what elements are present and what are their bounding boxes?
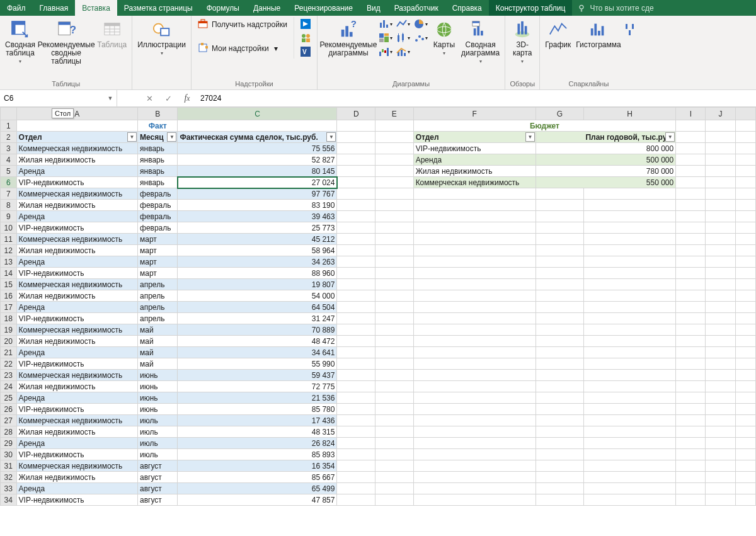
cell[interactable] (375, 460, 414, 472)
row-header-19[interactable]: 19 (1, 324, 17, 336)
cell[interactable]: Жилая недвижимость (16, 381, 137, 392)
cell[interactable] (676, 245, 706, 256)
cell[interactable]: Аренда (16, 438, 137, 449)
cell[interactable] (706, 494, 735, 506)
cell[interactable]: июль (138, 449, 178, 460)
cell[interactable]: Жилая недвижимость (16, 154, 137, 166)
cell[interactable]: Коммерческая недвижимость (413, 177, 536, 188)
row-header-24[interactable]: 24 (1, 381, 17, 392)
cell[interactable] (706, 177, 735, 188)
cell[interactable] (676, 460, 706, 472)
cell[interactable]: март (138, 245, 178, 256)
cell[interactable] (584, 381, 676, 392)
cell[interactable]: 72 775 (178, 381, 337, 392)
cell[interactable]: 48 472 (178, 336, 337, 347)
cell[interactable] (375, 177, 414, 188)
cell[interactable] (706, 449, 735, 460)
cell[interactable]: 88 960 (178, 268, 337, 279)
cell[interactable]: VIP-недвижимость (16, 358, 137, 370)
cell[interactable] (536, 222, 583, 234)
cell[interactable] (375, 200, 414, 211)
cell[interactable] (706, 324, 735, 336)
cell[interactable] (676, 404, 706, 415)
cell[interactable] (735, 120, 755, 132)
cell[interactable] (413, 290, 536, 302)
cell[interactable] (413, 347, 536, 358)
tab-review[interactable]: Рецензирование (287, 0, 360, 16)
cell[interactable] (584, 290, 676, 302)
cell[interactable] (375, 494, 414, 506)
cell[interactable] (706, 268, 735, 279)
cell[interactable] (706, 472, 735, 483)
cell[interactable] (676, 358, 706, 370)
cell[interactable] (584, 370, 676, 381)
cell[interactable] (735, 222, 755, 234)
tab-help[interactable]: Справка (445, 0, 489, 16)
cell[interactable]: VIP-недвижимость (16, 404, 137, 415)
cell[interactable] (706, 347, 735, 358)
row-header-9[interactable]: 9 (1, 211, 17, 222)
cell[interactable]: апрель (138, 290, 178, 302)
row-header-34[interactable]: 34 (1, 494, 17, 506)
pivot-table-button[interactable]: Сводная таблица▾ (3, 17, 38, 66)
cell[interactable]: 47 857 (178, 494, 337, 506)
my-addins-button[interactable]: Мои надстройки ▾ (194, 41, 294, 56)
cell[interactable] (706, 313, 735, 324)
cell[interactable]: 58 964 (178, 245, 337, 256)
cell[interactable] (584, 222, 676, 234)
cell[interactable] (584, 392, 676, 404)
cell[interactable]: апрель (138, 302, 178, 313)
cell[interactable] (536, 438, 583, 449)
filter-icon[interactable]: ▼ (525, 132, 535, 142)
cell[interactable] (337, 347, 375, 358)
cell[interactable]: VIP-недвижимость (16, 313, 137, 324)
cell[interactable] (735, 302, 755, 313)
cell[interactable]: Жилая недвижимость (413, 166, 536, 177)
cell[interactable]: апрель (138, 313, 178, 324)
cell[interactable] (337, 392, 375, 404)
cell[interactable] (337, 324, 375, 336)
cell[interactable] (706, 200, 735, 211)
cell[interactable] (676, 483, 706, 494)
cell[interactable] (735, 483, 755, 494)
cell[interactable] (706, 483, 735, 494)
cell[interactable]: февраль (138, 211, 178, 222)
cell[interactable] (735, 132, 755, 143)
cell[interactable] (536, 449, 583, 460)
cell[interactable] (413, 245, 536, 256)
cell[interactable] (706, 166, 735, 177)
column-header-J[interactable]: J (706, 108, 735, 120)
scatter-chart-icon[interactable]: ▾ (413, 32, 428, 43)
cell[interactable] (375, 472, 414, 483)
cell[interactable]: VIP-недвижимость (16, 268, 137, 279)
cell[interactable]: Аренда (16, 347, 137, 358)
cell[interactable] (413, 302, 536, 313)
cell[interactable]: 83 190 (178, 200, 337, 211)
cell[interactable]: Месяц▼ (138, 132, 178, 143)
cell[interactable] (337, 426, 375, 438)
cell[interactable]: 45 212 (178, 234, 337, 245)
cell[interactable] (375, 222, 414, 234)
cell[interactable] (375, 290, 414, 302)
column-header-B[interactable]: B (138, 108, 178, 120)
cell[interactable] (676, 324, 706, 336)
cell[interactable]: План годовой, тыс.руб.▼ (536, 132, 675, 143)
row-header-25[interactable]: 25 (1, 392, 17, 404)
cell[interactable]: VIP-недвижимость (413, 143, 536, 154)
cell[interactable]: 21 536 (178, 392, 337, 404)
cell[interactable] (536, 336, 583, 347)
cell[interactable] (413, 483, 536, 494)
cell[interactable] (706, 279, 735, 290)
cell[interactable] (584, 483, 676, 494)
cell[interactable] (706, 245, 735, 256)
cell[interactable] (413, 234, 536, 245)
cell[interactable] (676, 188, 706, 200)
cell[interactable]: март (138, 268, 178, 279)
cell[interactable] (375, 324, 414, 336)
cell[interactable] (676, 132, 706, 143)
cell[interactable] (676, 494, 706, 506)
cell[interactable]: январь (138, 177, 178, 188)
cell[interactable] (706, 460, 735, 472)
tab-file[interactable]: Файл (0, 0, 33, 16)
row-header-14[interactable]: 14 (1, 268, 17, 279)
